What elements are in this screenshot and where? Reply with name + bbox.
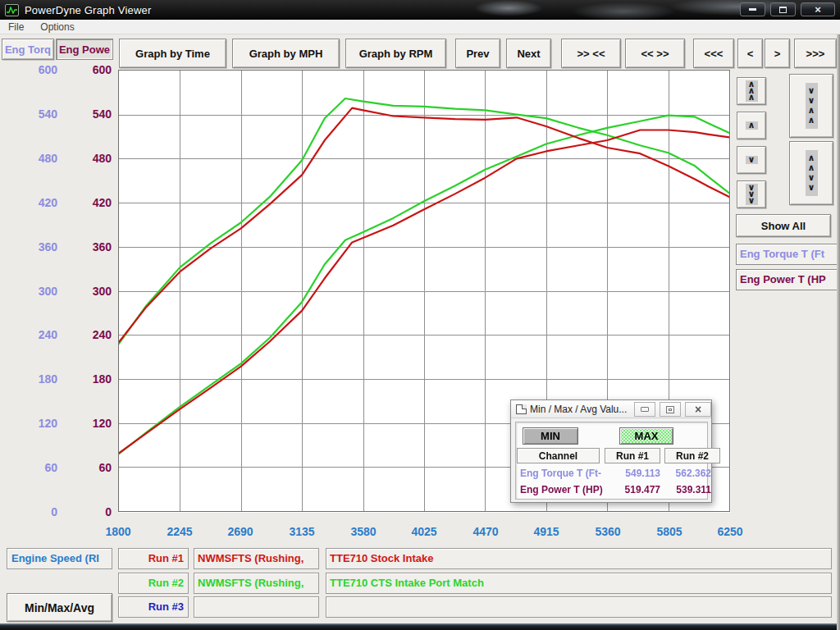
channel-tab-eng-torque[interactable]: Eng Torq: [2, 39, 54, 60]
y-axis-power-tick-label: 240: [54, 327, 112, 342]
chevron-triple-up-icon: ∧∧∧: [746, 80, 758, 102]
run3-description-field[interactable]: [326, 596, 832, 618]
y-axis-torque-tick-label: 0: [0, 504, 57, 519]
x-axis-tick-label: 4025: [399, 525, 449, 538]
y-axis-torque-tick-label: 120: [0, 416, 57, 431]
y-axis-torque-tick-label: 60: [0, 460, 57, 475]
y-axis-power-tick-label: 0: [54, 504, 112, 519]
maximize-icon: [666, 406, 674, 413]
expand-range-button[interactable]: ∧∧∨∨: [789, 141, 833, 205]
x-axis-tick-label: 2245: [155, 525, 204, 538]
chevron-up-icon: ∧: [746, 121, 758, 130]
y-axis-torque-tick-label: 300: [0, 284, 57, 299]
minmax-minimize-button[interactable]: [634, 402, 655, 417]
x-axis-tick-label: 2690: [216, 525, 265, 538]
run3-label: Run #3: [118, 596, 189, 618]
scroll-top-button[interactable]: ∧∧∧: [737, 77, 766, 105]
minmax-title-bar[interactable]: Min / Max / Avg Valu...: [511, 400, 711, 418]
y-axis-power-tick-label: 180: [54, 372, 112, 386]
scroll-up-button[interactable]: ∧: [737, 112, 766, 139]
run1-source-field[interactable]: NWMSFTS (Rushing,: [194, 548, 319, 569]
minmax-row-channel: Eng Power T (HP): [520, 484, 610, 495]
window-bottom-border: [0, 623, 840, 630]
run2-description-field[interactable]: TTE710 CTS Intake Port Match: [326, 573, 832, 594]
minmax-close-button[interactable]: ×: [685, 402, 711, 417]
run2-source-field[interactable]: NWMSFTS (Rushing,: [194, 573, 319, 594]
min-toggle-button[interactable]: MIN: [523, 427, 578, 445]
x-axis-tick-label: 5805: [645, 525, 694, 538]
minmax-row-run2-value: 539.311: [664, 484, 711, 495]
menu-options[interactable]: Options: [32, 21, 82, 33]
torque-channel-label[interactable]: Eng Torque T (Ft: [736, 244, 840, 265]
run1-description-field[interactable]: TTE710 Stock Intake: [326, 548, 832, 569]
window-title: PowerDyne Graph Viewer: [25, 4, 151, 16]
step-left-button[interactable]: <: [737, 39, 763, 68]
column-header-run1[interactable]: Run #1: [605, 448, 660, 463]
power-channel-label[interactable]: Eng Power T (HP: [736, 269, 840, 290]
y-axis-power-tick-label: 120: [54, 416, 112, 431]
minimize-icon: [749, 8, 756, 11]
minmax-window: Min / Max / Avg Valu... × MIN MAX Channe…: [510, 399, 712, 503]
app-icon: [5, 4, 19, 16]
graph-by-time-button[interactable]: Graph by Time: [119, 39, 226, 68]
menu-bar: File Options: [0, 20, 840, 34]
prev-button[interactable]: Prev: [455, 39, 500, 68]
close-button[interactable]: ×: [801, 2, 835, 16]
minmax-window-title: Min / Max / Avg Valu...: [530, 404, 627, 415]
y-axis-power-tick-label: 60: [54, 460, 112, 475]
minmax-row-channel: Eng Torque T (Ft-: [520, 468, 602, 479]
close-icon: ×: [815, 4, 821, 15]
menu-file[interactable]: File: [0, 21, 32, 33]
collapse-range-button[interactable]: ∨∨∧∧: [789, 74, 833, 138]
zoom-in-button[interactable]: >> <<: [561, 39, 621, 68]
show-all-button[interactable]: Show All: [736, 214, 831, 237]
minmax-row-run1-value: 549.113: [603, 468, 660, 479]
jump-end-button[interactable]: >>>: [794, 39, 837, 68]
graph-by-rpm-button[interactable]: Graph by RPM: [345, 39, 446, 68]
maximize-icon: [779, 7, 787, 13]
y-axis-torque-tick-label: 600: [0, 62, 57, 77]
title-bar: PowerDyne Graph Viewer ×: [0, 0, 840, 20]
x-axis-tick-label: 6250: [705, 525, 755, 538]
chevron-down-icon: ∨: [746, 156, 758, 164]
x-axis-tick-label: 1800: [94, 525, 143, 538]
chevron-triple-down-icon: ∨∨∨: [746, 184, 758, 205]
scroll-bottom-button[interactable]: ∨∨∨: [737, 180, 766, 208]
run1-label: Run #1: [118, 548, 189, 569]
channel-tab-eng-power[interactable]: Eng Powe: [56, 39, 113, 60]
chevrons-outward-icon: ∧∧∨∨: [806, 150, 818, 196]
scroll-down-button[interactable]: ∨: [737, 146, 766, 174]
x-channel-label[interactable]: Engine Speed (RI: [7, 548, 112, 569]
column-header-run2[interactable]: Run #2: [664, 448, 720, 463]
chevrons-inward-icon: ∨∨∧∧: [806, 83, 818, 129]
minmax-row-run1-value: 519.477: [603, 484, 660, 495]
y-axis-torque-tick-label: 180: [0, 372, 57, 386]
jump-start-button[interactable]: <<<: [693, 39, 734, 68]
run2-label: Run #2: [118, 573, 189, 594]
graph-by-mph-button[interactable]: Graph by MPH: [232, 39, 340, 68]
y-axis-torque-tick-label: 360: [0, 240, 57, 254]
x-axis-tick-label: 4915: [522, 525, 571, 538]
minmax-maximize-button[interactable]: [660, 402, 681, 417]
x-axis-tick-label: 4470: [461, 525, 510, 538]
x-axis-tick-label: 3135: [277, 525, 326, 538]
step-right-button[interactable]: >: [765, 39, 790, 68]
close-icon: ×: [695, 403, 701, 416]
minimize-button[interactable]: [740, 2, 765, 16]
y-axis-torque-tick-label: 240: [0, 327, 57, 342]
column-header-channel[interactable]: Channel: [517, 448, 600, 463]
y-axis-power-tick-label: 600: [54, 62, 112, 77]
minimize-icon: [641, 407, 649, 412]
next-button[interactable]: Next: [506, 39, 551, 68]
maximize-button[interactable]: [770, 2, 796, 16]
x-axis-tick-label: 3580: [339, 525, 388, 538]
y-axis-power-tick-label: 480: [54, 151, 112, 166]
max-toggle-button[interactable]: MAX: [619, 427, 673, 445]
zoom-out-button[interactable]: << >>: [625, 39, 685, 68]
window-right-border: [837, 34, 840, 630]
minmaxavg-button[interactable]: Min/Max/Avg: [7, 593, 112, 622]
y-axis-torque-tick-label: 480: [0, 151, 57, 166]
y-axis-power-tick-label: 540: [54, 107, 112, 121]
y-axis-torque-tick-label: 420: [0, 195, 57, 210]
run3-source-field[interactable]: [194, 596, 319, 618]
